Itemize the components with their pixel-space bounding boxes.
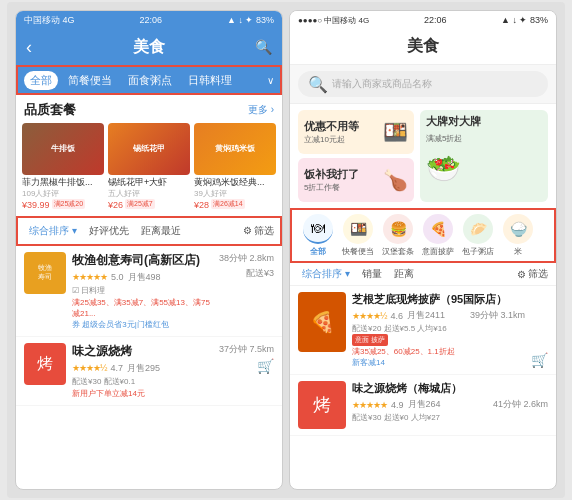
- cat-circle-pizza: 🍕: [423, 214, 453, 244]
- restaurant-logo-1: 烤: [24, 343, 66, 385]
- left-time: 22:06: [140, 15, 163, 25]
- sort-bar: 综合排序 ▾ 好评优先 距离最近 ⚙ 筛选: [16, 216, 282, 246]
- restaurant-delivery-1: 配送¥30 配送¥0.1: [72, 376, 213, 387]
- right-restaurant-0[interactable]: 🍕 芝根芝底现烤披萨（95国际店） ★★★★½ 4.6 月售2411 39分钟 …: [290, 286, 556, 375]
- promo-card-2[interactable]: 大牌对大牌 满减5折起 🥗: [420, 110, 548, 202]
- filter-right-icon: ⚙: [517, 269, 526, 280]
- delivery-info-1: 37分钟 7.5km 🛒: [219, 343, 274, 399]
- right-time-0: 39分钟 3.1km: [470, 309, 525, 322]
- food-card-2[interactable]: 黄焖鸡米饭 黄焖鸡米饭经典... 39人好评 ¥28 满26减14: [194, 123, 276, 210]
- search-icon: 🔍: [308, 75, 328, 94]
- food-price-row-2: ¥28 满26减14: [194, 199, 276, 210]
- phones-container: 中国移动 4G 22:06 ▲ ↓ ✦ 83% ‹ 美食 🔍 全部 简餐便当 面…: [7, 2, 565, 498]
- cat-label-all: 全部: [310, 246, 326, 257]
- logo-text-0: 牧渔寿司: [38, 264, 52, 281]
- left-status-bar: 中国移动 4G 22:06 ▲ ↓ ✦ 83%: [16, 11, 282, 29]
- right-tags-0: 意面 披萨: [352, 334, 525, 346]
- search-input[interactable]: 🔍 请输入商家或商品名称: [298, 71, 548, 97]
- promo-card-1[interactable]: 饭补我打了 5折工作餐 🍗: [298, 158, 414, 202]
- right-delivery-0: 配送¥20 起送¥5.5 人均¥16: [352, 323, 525, 334]
- right-carrier: ●●●●○ 中国移动 4G: [298, 15, 369, 26]
- food-card-0[interactable]: 牛排饭 菲力黑椒牛排饭... 109人好评 ¥39.99 满25减20: [22, 123, 104, 210]
- food-name-2: 黄焖鸡米饭经典...: [194, 177, 276, 188]
- cat-circle-rice: 🍚: [503, 214, 533, 244]
- cart-icon-1[interactable]: 🛒: [257, 358, 274, 374]
- restaurant-info-0: 牧渔创意寿司(高新区店) ★★★★★ 5.0 月售498 ☑ 日料理 满25减3…: [72, 252, 213, 330]
- search-icon[interactable]: 🔍: [255, 39, 272, 55]
- food-rating-0: 109人好评: [22, 188, 104, 199]
- food-price-1: ¥26: [108, 200, 123, 210]
- more-link[interactable]: 更多 ›: [248, 103, 274, 117]
- food-discount-2: 满26减14: [211, 199, 245, 209]
- promo-text-1: 饭补我打了 5折工作餐: [304, 167, 379, 193]
- cat-circle-dim: 🥟: [463, 214, 493, 244]
- promo-sub-0: 立减10元起: [304, 134, 379, 145]
- right-score-0: 4.6: [391, 311, 404, 321]
- restaurant-tags-0: ☑ 日料理: [72, 285, 213, 296]
- promo-title-0: 优惠不用等: [304, 119, 379, 134]
- cat-icon-bento[interactable]: 🍱 快餐便当: [340, 214, 376, 257]
- cat-icon-all[interactable]: 🍽 全部: [300, 214, 336, 257]
- right-monthly-0: 月售2411: [407, 309, 445, 322]
- right-logo-emoji-0: 🍕: [310, 310, 335, 334]
- cart-icon-right-0[interactable]: 🛒: [531, 352, 548, 368]
- cat-label-rice: 米: [514, 246, 522, 257]
- food-price-row-1: ¥26 满25减7: [108, 199, 190, 210]
- restaurant-rating-1: ★★★★½ 4.7 月售295: [72, 362, 213, 375]
- right-stars-1: ★★★★★: [352, 400, 387, 410]
- cat-tab-bento[interactable]: 简餐便当: [62, 71, 118, 90]
- right-time: 22:06: [424, 15, 447, 25]
- right-name-0: 芝根芝底现烤披萨（95国际店）: [352, 292, 525, 307]
- restaurant-item-1[interactable]: 烤 味之源烧烤 ★★★★½ 4.7 月售295 配送¥30 配送¥0.1 新用户…: [16, 337, 282, 406]
- right-rating-1: ★★★★★ 4.9 月售264 41分钟 2.6km: [352, 398, 548, 411]
- right-score-1: 4.9: [391, 400, 404, 410]
- cat-icon-rice[interactable]: 🍚 米: [500, 214, 536, 257]
- food-name-1: 锡纸花甲+大虾: [108, 177, 190, 188]
- restaurant-name-0: 牧渔创意寿司(高新区店): [72, 252, 213, 269]
- filter-button[interactable]: ⚙ 筛选: [243, 224, 274, 238]
- sort2-sales[interactable]: 销量: [358, 266, 386, 282]
- right-promo-0: 满35减25、60减25、1.1折起: [352, 346, 525, 357]
- sort-rating[interactable]: 好评优先: [84, 222, 134, 240]
- left-signal: ▲ ↓ ✦ 83%: [227, 15, 274, 25]
- cat-circle-all: 🍽: [303, 214, 333, 244]
- category-icons: 🍽 全部 🍱 快餐便当 🍔 汉堡套条 🍕 意面披萨 🥟 包子粥店 🍚 米: [290, 208, 556, 263]
- filter-label: 筛选: [254, 224, 274, 238]
- stars-0: ★★★★★: [72, 272, 107, 282]
- left-carrier: 中国移动 4G: [24, 14, 75, 27]
- cat-circle-bento: 🍱: [343, 214, 373, 244]
- search-placeholder: 请输入商家或商品名称: [332, 77, 432, 91]
- food-price-2: ¥28: [194, 200, 209, 210]
- right-delivery-1: 配送¥30 起送¥0 人均¥27: [352, 412, 548, 423]
- cat-arrow-icon[interactable]: ∨: [267, 75, 274, 86]
- food-rating-2: 39人好评: [194, 188, 276, 199]
- filter-right[interactable]: ⚙ 筛选: [517, 267, 548, 281]
- cat-tab-all[interactable]: 全部: [24, 71, 58, 90]
- promo-card-0[interactable]: 优惠不用等 立减10元起 🍱: [298, 110, 414, 154]
- food-cards: 牛排饭 菲力黑椒牛排饭... 109人好评 ¥39.99 满25减20 锡纸花甲…: [16, 123, 282, 216]
- restaurant-name-1: 味之源烧烤: [72, 343, 213, 360]
- sort2-distance[interactable]: 距离: [390, 266, 418, 282]
- cat-icon-dim[interactable]: 🥟 包子粥店: [460, 214, 496, 257]
- restaurant-item-0[interactable]: 牧渔寿司 牧渔创意寿司(高新区店) ★★★★★ 5.0 月售498 ☑ 日料理 …: [16, 246, 282, 337]
- food-img-2: 黄焖鸡米饭: [194, 123, 276, 175]
- food-name-0: 菲力黑椒牛排饭...: [22, 177, 104, 188]
- cat-label-pizza: 意面披萨: [422, 246, 454, 257]
- back-button[interactable]: ‹: [26, 37, 32, 58]
- food-price-0: ¥39.99: [22, 200, 50, 210]
- restaurant-rating-0: ★★★★★ 5.0 月售498: [72, 271, 213, 284]
- sort-bar-right: 综合排序 ▾ 销量 距离 ⚙ 筛选: [290, 263, 556, 286]
- cat-icon-burger[interactable]: 🍔 汉堡套条: [380, 214, 416, 257]
- food-card-1[interactable]: 锡纸花甲 锡纸花甲+大虾 五人好评 ¥26 满25减7: [108, 123, 190, 210]
- sort2-composite[interactable]: 综合排序 ▾: [298, 266, 354, 282]
- right-restaurant-1[interactable]: 烤 味之源烧烤（梅城店） ★★★★★ 4.9 月售264 41分钟 2.6km …: [290, 375, 556, 436]
- cat-icon-pizza[interactable]: 🍕 意面披萨: [420, 214, 456, 257]
- food-rating-1: 五人好评: [108, 188, 190, 199]
- sort-composite[interactable]: 综合排序 ▾: [24, 222, 82, 240]
- cat-tab-korean[interactable]: 日韩料理: [182, 71, 238, 90]
- category-tabs: 全部 简餐便当 面食粥点 日韩料理 ∨: [16, 65, 282, 95]
- right-phone: ●●●●○ 中国移动 4G 22:06 ▲ ↓ ✦ 83% 美食 🔍 请输入商家…: [289, 10, 557, 490]
- cat-tab-noodle[interactable]: 面食粥点: [122, 71, 178, 90]
- sort-distance[interactable]: 距离最近: [136, 222, 186, 240]
- food-img-1: 锡纸花甲: [108, 123, 190, 175]
